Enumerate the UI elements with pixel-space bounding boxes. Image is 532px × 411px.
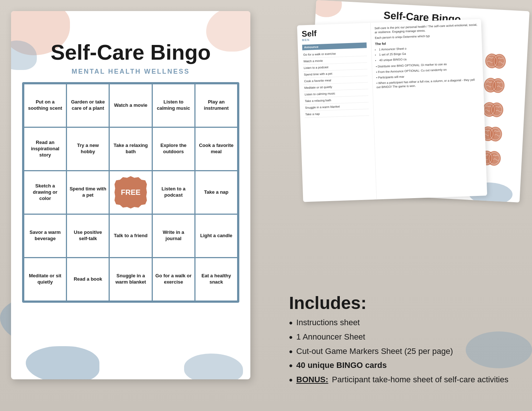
bingo-cell-16[interactable]: Use positive self-talk [67,215,109,257]
main-subtitle: MENTAL HEALTH WELLNESS [22,68,239,75]
right-card-mid: Self MEN Announce Go for a walk or exerc… [297,19,487,202]
bingo-cell-19[interactable]: Light a candle [195,215,237,257]
mid-card-left-panel: Self MEN Announce Go for a walk or exerc… [297,23,377,202]
includes-list-item-2: Cut-out Game Markers Sheet (25 per page) [289,346,517,358]
bingo-grid: Put on a soothing scentGarden or take ca… [24,84,237,301]
left-bingo-card: Self-Care Bingo MENTAL HEALTH WELLNESS P… [11,11,250,379]
bingo-cell-5[interactable]: Read an inspirational story [24,128,66,170]
announce-rows: Go for a walk or exerciseWatch a movieLi… [302,49,369,118]
bingo-cell-12[interactable]: FREE [110,171,151,214]
bonus-label: BONUS: [296,375,328,385]
bingo-cell-24[interactable]: Eat a healthy snack [195,258,237,301]
includes-section: Includes: Instructions sheet1 Announcer … [289,293,517,389]
bingo-cell-3[interactable]: Listen to calming music [153,84,194,127]
bingo-cell-18[interactable]: Write in a journal [153,215,194,257]
bold-item-label: 40 unique BINGO cards [296,360,387,371]
bingo-cell-0[interactable]: Put on a soothing scent [24,84,66,127]
bingo-cell-15[interactable]: Savor a warm beverage [24,215,66,257]
announce-header: Announce [302,42,367,50]
bingo-cell-21[interactable]: Read a book [67,258,109,301]
mid-instructions-list: • Distribute one BING OPTIONAL: Di marke… [376,61,480,89]
bingo-cell-22[interactable]: Snuggle in a warm blanket [110,258,151,301]
includes-list-item-0: Instructions sheet [289,317,517,329]
bingo-cell-2[interactable]: Watch a movie [110,84,151,127]
includes-list: Instructions sheet1 Announcer SheetCut-o… [289,317,517,386]
bingo-cell-10[interactable]: Sketch a drawing or color [24,171,66,214]
bingo-cell-7[interactable]: Take a relaxing bath [110,128,151,170]
bingo-cell-11[interactable]: Spend time with a pet [67,171,109,214]
mid-card-right-panel: Self-care is the pric our personal healt… [371,19,487,199]
bingo-cell-6[interactable]: Try a new hobby [67,128,109,170]
bingo-cell-4[interactable]: Play an instrument [195,84,237,127]
bingo-cell-1[interactable]: Garden or take care of a plant [67,84,109,127]
includes-title: Includes: [289,293,517,313]
mid-card-inner: Self MEN Announce Go for a walk or exerc… [297,19,487,202]
bingo-cell-8[interactable]: Explore the outdoors [153,128,194,170]
free-stamp: FREE [114,176,147,208]
decor-blob-4 [184,354,243,379]
bingo-cell-17[interactable]: Talk to a friend [110,215,151,257]
bingo-cell-14[interactable]: Take a nap [195,171,237,214]
bingo-cell-13[interactable]: Listen to a podcast [153,171,194,214]
decor-blob-3 [26,346,99,379]
includes-list-item-4: BONUS: Participant take-home sheet of se… [289,375,517,386]
bingo-grid-container: Put on a soothing scentGarden or take ca… [22,82,239,303]
includes-list-item-1: 1 Announcer Sheet [289,332,517,343]
mid-instruction-item: • When a participant has either a full r… [376,78,480,89]
main-title: Self-Care Bingo [22,41,239,64]
bingo-cell-20[interactable]: Meditate or sit quietly [24,258,66,301]
mid-bullets-list: 1 Announcer Sheet o1 set of 25 Bingo Ga4… [375,44,479,62]
bingo-cell-9[interactable]: Cook a favorite meal [195,128,237,170]
includes-list-item-3: 40 unique BINGO cards [289,360,517,372]
brain-marker-4 [482,49,509,73]
brain-marker-9 [481,74,508,97]
bingo-cell-23[interactable]: Go for a walk or exercise [153,258,194,301]
